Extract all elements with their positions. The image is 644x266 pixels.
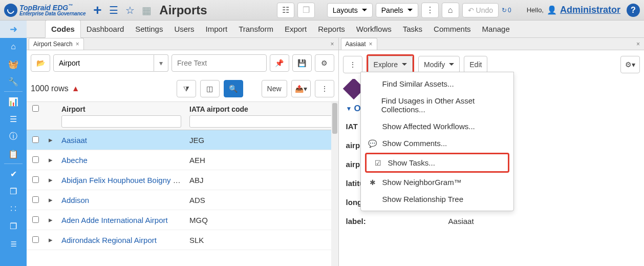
panels-dropdown[interactable]: Panels bbox=[376, 3, 418, 17]
menu-comments[interactable]: Comments bbox=[428, 21, 477, 37]
table-row[interactable]: ▸AbecheAEH bbox=[27, 150, 338, 170]
airport-link[interactable]: Abeche bbox=[61, 156, 88, 165]
expand-icon[interactable]: ▸ bbox=[44, 230, 57, 250]
star-icon[interactable]: ☆ bbox=[123, 4, 137, 17]
expand-icon[interactable]: ▸ bbox=[44, 210, 57, 230]
rail-chart-icon[interactable]: 📊 bbox=[0, 93, 27, 110]
settings-icon[interactable]: ⚙▾ bbox=[620, 56, 640, 73]
rail-basket-icon[interactable]: 🧺 bbox=[0, 55, 27, 73]
kebab-menu-icon[interactable]: ⋮ bbox=[421, 3, 439, 18]
rail-home-icon[interactable]: ⌂ bbox=[0, 38, 27, 55]
table-row[interactable]: ▸AddisonADS bbox=[27, 190, 338, 210]
rail-list-icon[interactable]: ☰ bbox=[0, 110, 27, 128]
rail-check-icon[interactable]: ✔ bbox=[0, 165, 27, 182]
airport-link[interactable]: Addison bbox=[61, 196, 89, 204]
outline-toggle-icon[interactable]: ☷ bbox=[277, 3, 294, 18]
type-input[interactable] bbox=[53, 54, 154, 72]
menu-manage[interactable]: Manage bbox=[477, 21, 516, 37]
add-icon[interactable]: + bbox=[91, 4, 104, 17]
brand[interactable]: TopBraid EDG™ Enterprise Data Governance bbox=[4, 4, 85, 17]
select-all-checkbox[interactable] bbox=[32, 105, 39, 112]
panel-close-icon[interactable]: × bbox=[632, 40, 644, 48]
row-checkbox[interactable] bbox=[32, 196, 39, 203]
rail-tree-icon[interactable]: ⸬ bbox=[0, 200, 27, 217]
row-checkbox[interactable] bbox=[32, 236, 39, 243]
airport-link[interactable]: Adirondack Regional Airport bbox=[61, 236, 157, 244]
rail-clipboard-icon[interactable]: 📋 bbox=[0, 145, 27, 162]
menu-reports[interactable]: Reports bbox=[312, 21, 351, 37]
row-checkbox[interactable] bbox=[32, 176, 39, 183]
folder-icon[interactable]: 📂 bbox=[31, 54, 50, 72]
detail-more-icon[interactable]: ⋮ bbox=[343, 56, 362, 73]
filter-airport-input[interactable] bbox=[61, 115, 181, 128]
panel-close-icon[interactable]: × bbox=[327, 40, 338, 48]
row-checkbox[interactable] bbox=[32, 156, 39, 163]
row-checkbox[interactable] bbox=[32, 216, 39, 223]
vertical-scrollbar[interactable] bbox=[331, 102, 338, 266]
user-link[interactable]: Administrator bbox=[560, 5, 620, 15]
columns-icon[interactable]: ◫ bbox=[200, 80, 220, 97]
table-row[interactable]: ▸Abidjan Felix Houphouet Boigny I...ABJ bbox=[27, 170, 338, 190]
expand-icon[interactable]: ▸ bbox=[44, 130, 57, 150]
grid-icon[interactable]: ▦ bbox=[140, 4, 153, 17]
tab-asset[interactable]: Aasiaat × bbox=[341, 38, 377, 50]
menu-users[interactable]: Users bbox=[168, 21, 200, 37]
filter-iata-input[interactable] bbox=[189, 115, 334, 128]
rail-wrench-icon[interactable]: 🔧 bbox=[0, 73, 27, 90]
rail-expand-icon[interactable]: ➜ bbox=[0, 21, 27, 38]
export-icon[interactable]: 📤▾ bbox=[291, 80, 311, 97]
rail-info-icon[interactable]: ⓘ bbox=[0, 128, 27, 145]
more-icon[interactable]: ⋮ bbox=[315, 80, 334, 97]
menu-find-usages[interactable]: Find Usages in Other Asset Collections..… bbox=[361, 92, 513, 118]
edit-button[interactable]: Edit bbox=[464, 56, 487, 73]
menu-neighborgram[interactable]: ✱Show NeighborGram™ bbox=[361, 174, 513, 191]
close-icon[interactable]: × bbox=[369, 40, 373, 48]
expand-icon[interactable]: ▸ bbox=[44, 190, 57, 210]
table-row[interactable]: ▸AasiaatJEG bbox=[27, 130, 338, 150]
rail-rows-icon[interactable]: ≣ bbox=[0, 235, 27, 252]
table-row[interactable]: ▸Adirondack Regional AirportSLK bbox=[27, 230, 338, 250]
save-icon[interactable]: 💾 bbox=[292, 54, 312, 72]
tab-airport-search[interactable]: Airport Search × bbox=[29, 38, 84, 50]
menu-workflows[interactable]: Workflows bbox=[351, 21, 397, 37]
explore-dropdown[interactable]: Explore bbox=[368, 56, 413, 73]
expand-icon[interactable]: ▸ bbox=[44, 150, 57, 170]
menu-show-tasks[interactable]: ☑Show Tasks... bbox=[367, 154, 508, 171]
expand-icon[interactable]: ▸ bbox=[44, 170, 57, 190]
type-selector[interactable]: ▾ bbox=[53, 54, 168, 72]
undo-button[interactable]: ↶ Undo bbox=[462, 3, 499, 17]
airport-link[interactable]: Abidjan Felix Houphouet Boigny I... bbox=[61, 176, 181, 185]
menu-settings[interactable]: Settings bbox=[130, 21, 168, 37]
filter-icon[interactable]: ⧩ bbox=[177, 80, 196, 97]
pin-icon[interactable]: 📌 bbox=[270, 54, 289, 72]
help-icon[interactable]: ? bbox=[627, 4, 640, 17]
menu-dashboard[interactable]: Dashboard bbox=[81, 21, 130, 37]
new-button[interactable]: New bbox=[262, 80, 287, 97]
gear-icon[interactable]: ⚙ bbox=[315, 54, 334, 72]
table-row[interactable]: ▸Aden Adde International AirportMGQ bbox=[27, 210, 338, 230]
menu-affected-workflows[interactable]: Show Affected Workflows... bbox=[361, 118, 513, 135]
chevron-down-icon[interactable]: ▾ bbox=[154, 54, 168, 72]
menu-codes[interactable]: Codes bbox=[45, 20, 81, 38]
layouts-dropdown[interactable]: Layouts bbox=[327, 3, 373, 17]
rail-cube-icon[interactable]: ❒ bbox=[0, 182, 27, 200]
rail-copy-icon[interactable]: ❐ bbox=[0, 217, 27, 235]
freetext-input[interactable] bbox=[171, 54, 267, 72]
menu-export[interactable]: Export bbox=[279, 21, 312, 37]
modify-dropdown[interactable]: Modify bbox=[418, 56, 460, 73]
row-checkbox[interactable] bbox=[32, 136, 39, 143]
search-icon[interactable]: 🔍 bbox=[224, 80, 243, 97]
menu-find-similar[interactable]: Find Similar Assets... bbox=[361, 75, 513, 92]
close-icon[interactable]: × bbox=[76, 40, 79, 48]
sync-indicator[interactable]: ↻0 bbox=[502, 7, 511, 14]
home-icon[interactable]: ⌂ bbox=[442, 3, 459, 18]
menu-import[interactable]: Import bbox=[200, 21, 233, 37]
layers-icon[interactable]: ❒ bbox=[297, 3, 315, 18]
menu-show-comments[interactable]: 💬Show Comments... bbox=[361, 135, 513, 152]
list-icon[interactable]: ☰ bbox=[107, 4, 120, 17]
menu-relationship-tree[interactable]: Show Relationship Tree bbox=[361, 191, 513, 208]
menu-transform[interactable]: Transform bbox=[233, 21, 279, 37]
menu-tasks[interactable]: Tasks bbox=[397, 21, 428, 37]
airport-link[interactable]: Aasiaat bbox=[61, 136, 87, 145]
airport-link[interactable]: Aden Adde International Airport bbox=[61, 216, 168, 224]
